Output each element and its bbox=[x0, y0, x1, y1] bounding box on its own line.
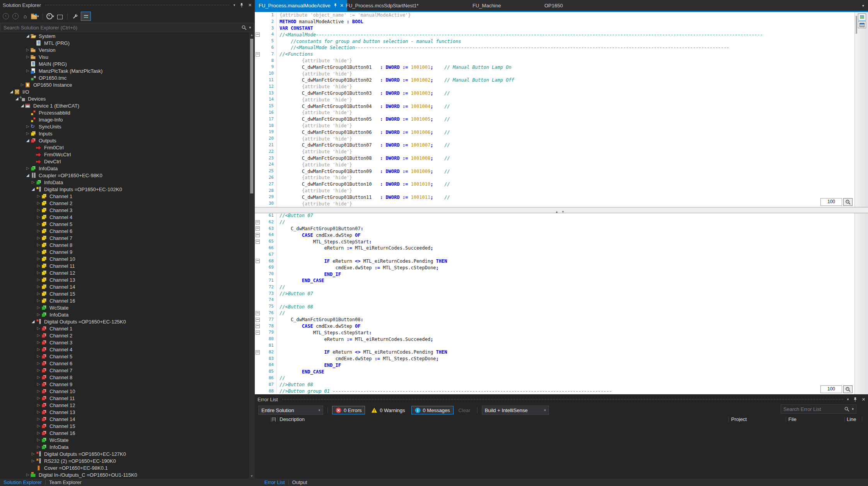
code-line[interactable]: 68 IF eReturn <> MTL_eiReturnCodes.Pendi… bbox=[255, 258, 855, 265]
collapsed-arrow-icon[interactable]: ▷ bbox=[36, 374, 41, 381]
code-line[interactable]: 83 cmdExe.dwStep := MTL_Steps.cStepDone; bbox=[255, 356, 855, 362]
collapsed-arrow-icon[interactable]: ▷ bbox=[36, 360, 41, 367]
editor-tab[interactable]: OP1650 bbox=[541, 0, 567, 11]
tree-item[interactable]: ▷Channel 9 bbox=[0, 248, 249, 255]
expanded-arrow-icon[interactable]: ◢ bbox=[20, 102, 25, 109]
tree-item[interactable]: ▷WcState bbox=[0, 304, 249, 311]
expanded-arrow-icon[interactable]: ◢ bbox=[14, 95, 19, 102]
pending-changes-filter-icon[interactable]: ▾ bbox=[46, 12, 55, 21]
search-icon[interactable] bbox=[242, 25, 247, 30]
tree-item[interactable]: ▷Channel 13 bbox=[0, 276, 249, 283]
code-line[interactable]: 5 //constants for group and button selec… bbox=[255, 38, 855, 44]
collapsed-arrow-icon[interactable]: ▷ bbox=[36, 193, 41, 200]
collapsed-arrow-icon[interactable]: ▷ bbox=[36, 297, 41, 304]
code-line[interactable]: 76// bbox=[255, 310, 855, 317]
code-line[interactable]: 87//>Button 08 bbox=[255, 382, 855, 388]
editor-tab-active[interactable]: FU_Process.manualModeActive× bbox=[255, 0, 347, 11]
code-line[interactable]: 14 {attribute 'hide'} bbox=[255, 96, 855, 103]
close-icon[interactable]: × bbox=[248, 3, 252, 7]
code-line[interactable]: 6 //<ManualMode Selection---------------… bbox=[255, 44, 855, 51]
tree-item[interactable]: ▷Channel 8 bbox=[0, 241, 249, 248]
bottom-tab-solution-explorer[interactable]: Solution Explorer bbox=[0, 479, 45, 485]
tree-item[interactable]: ◢Devices bbox=[0, 95, 249, 102]
collapsed-arrow-icon[interactable]: ▷ bbox=[36, 283, 41, 290]
tree-item[interactable]: ▷Channel 7 bbox=[0, 234, 249, 241]
code-line[interactable]: 25 C_dwManFctGroup01Button09 : DWORD := … bbox=[255, 168, 855, 175]
tree-item[interactable]: ▷Inputs bbox=[0, 130, 249, 137]
scrollbar-thumb[interactable] bbox=[250, 39, 253, 193]
bottom-tab-output[interactable]: Output bbox=[289, 479, 311, 485]
collapsed-arrow-icon[interactable]: ▷ bbox=[36, 228, 41, 234]
zoom-level-field[interactable]: 100 bbox=[820, 198, 842, 206]
caret-down-icon[interactable]: ▾ bbox=[862, 3, 864, 8]
collapsed-arrow-icon[interactable]: ▷ bbox=[36, 276, 41, 283]
code-line[interactable]: 77 C_dwManFctGroup01Button08: bbox=[255, 317, 855, 323]
tree-item[interactable]: ▷Visu bbox=[0, 53, 249, 60]
editor-tab[interactable]: FU_Process.mcsSdpStartNest1* bbox=[342, 0, 423, 11]
fold-toggle-icon[interactable] bbox=[255, 323, 261, 330]
error-list-search-input[interactable]: Search Error List ▾ bbox=[781, 404, 856, 414]
collapsed-arrow-icon[interactable]: ▷ bbox=[36, 255, 41, 262]
tree-item[interactable]: ▷Channel 13 bbox=[0, 409, 249, 416]
collapsed-arrow-icon[interactable]: ▷ bbox=[36, 395, 41, 402]
close-icon[interactable]: × bbox=[862, 397, 865, 402]
code-line[interactable]: 73//>Button 07 bbox=[255, 291, 855, 297]
collapsed-arrow-icon[interactable]: ▷ bbox=[31, 450, 36, 457]
code-line[interactable]: 24 {attribute 'hide'} bbox=[255, 161, 855, 168]
code-line[interactable]: 74 bbox=[255, 297, 855, 303]
editor-scroll-rail[interactable] bbox=[854, 12, 868, 394]
tree-item[interactable]: ▷Channel 10 bbox=[0, 255, 249, 262]
search-icon[interactable] bbox=[844, 407, 849, 412]
code-line[interactable]: 11 C_dwManFctGroup01Button02 : DWORD := … bbox=[255, 77, 855, 84]
zoom-icon[interactable] bbox=[843, 198, 853, 206]
collapsed-arrow-icon[interactable]: ▷ bbox=[36, 423, 41, 430]
splitter-arrows-icon[interactable]: ▲▼ bbox=[555, 210, 568, 214]
code-line[interactable]: 18 {attribute 'hide'} bbox=[255, 123, 855, 129]
tree-item[interactable]: ▷Channel 3 bbox=[0, 339, 249, 346]
grid-view-icon[interactable] bbox=[858, 21, 866, 28]
tree-item[interactable]: ▷Channel 2 bbox=[0, 332, 249, 339]
scrollbar-thumb[interactable] bbox=[856, 16, 857, 34]
collapsed-arrow-icon[interactable]: ▷ bbox=[25, 67, 30, 74]
build-intellisense-dropdown[interactable]: Build + IntelliSense▾ bbox=[482, 406, 549, 415]
forward-icon[interactable]: › bbox=[12, 12, 19, 21]
collapsed-arrow-icon[interactable]: ▷ bbox=[36, 234, 41, 241]
code-line[interactable]: 21 C_dwManFctGroup01Button07 : DWORD := … bbox=[255, 142, 855, 149]
tree-item[interactable]: ▷Channel 15 bbox=[0, 423, 249, 430]
code-line[interactable]: 69 cmdExe.dwStep := MTL_Steps.cStepDone; bbox=[255, 264, 855, 271]
fold-toggle-icon[interactable] bbox=[255, 349, 261, 356]
code-line[interactable]: 81 bbox=[255, 342, 855, 349]
tree-item[interactable]: ▷Channel 4 bbox=[0, 346, 249, 353]
collapsed-arrow-icon[interactable]: ▷ bbox=[25, 123, 30, 130]
collapsed-arrow-icon[interactable]: ▷ bbox=[36, 200, 41, 207]
fold-toggle-icon[interactable] bbox=[255, 232, 261, 238]
code-line[interactable]: 86// bbox=[255, 375, 855, 382]
tree-item[interactable]: ▷WcState bbox=[0, 436, 249, 443]
collapsed-arrow-icon[interactable]: ▷ bbox=[20, 81, 25, 88]
tree-item[interactable]: ▷RS232 (2) =OP1650+EC-190K0 bbox=[0, 457, 249, 464]
tree-item[interactable]: ▷Channel 15 bbox=[0, 290, 249, 297]
code-line[interactable]: 30 {attribute 'hide'} bbox=[255, 200, 855, 207]
code-line[interactable]: 80 eReturn := MTL_eiReturnCodes.Succeede… bbox=[255, 336, 855, 342]
code-line[interactable]: 67 bbox=[255, 252, 855, 258]
expanded-arrow-icon[interactable]: ◢ bbox=[31, 318, 36, 325]
bottom-tab-team-explorer[interactable]: Team Explorer bbox=[46, 479, 85, 485]
code-line[interactable]: 1{attribute 'object_name' := 'manualMode… bbox=[255, 12, 855, 19]
collapsed-arrow-icon[interactable]: ▷ bbox=[31, 179, 36, 186]
tree-item[interactable]: Frm0WcCtrl bbox=[0, 151, 249, 158]
column-file[interactable]: File bbox=[788, 416, 796, 422]
tree-item[interactable]: MAIN (PRG) bbox=[0, 60, 249, 67]
collapsed-arrow-icon[interactable]: ▷ bbox=[36, 388, 41, 395]
expanded-arrow-icon[interactable]: ◢ bbox=[25, 172, 30, 179]
tree-item[interactable]: ▷Channel 16 bbox=[0, 297, 249, 304]
tree-item[interactable]: ▷InfoData bbox=[0, 179, 249, 186]
code-line[interactable]: 78 CASE cmdExe.dwStep OF bbox=[255, 323, 855, 330]
home-icon[interactable]: ⌂ bbox=[21, 12, 29, 21]
zoom-level-field[interactable]: 100 bbox=[820, 385, 842, 393]
tree-item[interactable]: ▷Digital In-/Outputs_C =OP1650+OU1-115K0 bbox=[0, 471, 249, 478]
code-line[interactable]: 61//<Button 07 bbox=[255, 212, 855, 219]
sync-active-document-icon[interactable] bbox=[81, 12, 91, 21]
caret-down-icon[interactable]: ▾ bbox=[852, 407, 854, 411]
collapsed-arrow-icon[interactable]: ▷ bbox=[25, 53, 30, 60]
scroll-up-icon[interactable]: ▲ bbox=[249, 33, 254, 37]
